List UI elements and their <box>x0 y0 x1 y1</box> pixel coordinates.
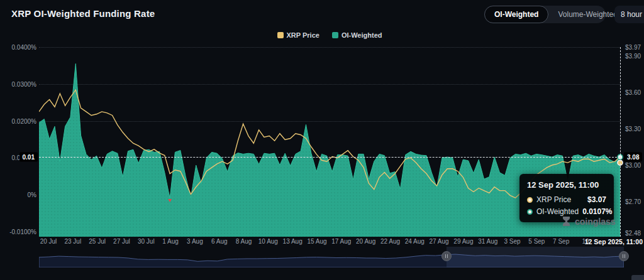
tooltip-date: 12 Sep 2025, 11:00 <box>527 180 606 190</box>
crosshair-vertical-line <box>620 47 621 237</box>
current-price-badge: 3.08 <box>624 153 642 162</box>
crosshair-date-label: 12 Sep 2025, 11:00 <box>585 238 643 245</box>
oi-weighted-dot-icon <box>527 209 533 215</box>
navigator-selection-window[interactable] <box>447 247 624 267</box>
crosshair-horizontal-line <box>39 157 620 158</box>
funding-rate-widget: XRP OI-Weighted Funding Rate OI-Weighted… <box>0 0 644 280</box>
funding-chart-canvas <box>0 0 644 280</box>
current-funding-badge: 0.01 <box>19 153 38 162</box>
coinglass-watermark: coinglass <box>562 216 616 227</box>
tooltip-row-oi-weighted: OI-Weighted 0.0107% <box>527 207 606 216</box>
tooltip-label: OI-Weighted <box>536 207 579 216</box>
watermark-text: coinglass <box>575 217 616 227</box>
tooltip-label: XRP Price <box>536 195 571 204</box>
tooltip-value: 0.0107% <box>582 207 612 216</box>
xrp-price-dot-icon <box>527 197 533 203</box>
tooltip: 12 Sep 2025, 11:00 XRP Price $3.07 OI-We… <box>519 174 614 222</box>
range-navigator[interactable] <box>39 247 624 267</box>
resize-corner[interactable] <box>631 275 644 280</box>
coinglass-logo-icon <box>562 216 571 227</box>
navigator-right-handle[interactable] <box>619 251 629 261</box>
tooltip-row-xrp-price: XRP Price $3.07 <box>527 195 606 204</box>
tooltip-value: $3.07 <box>587 195 606 204</box>
